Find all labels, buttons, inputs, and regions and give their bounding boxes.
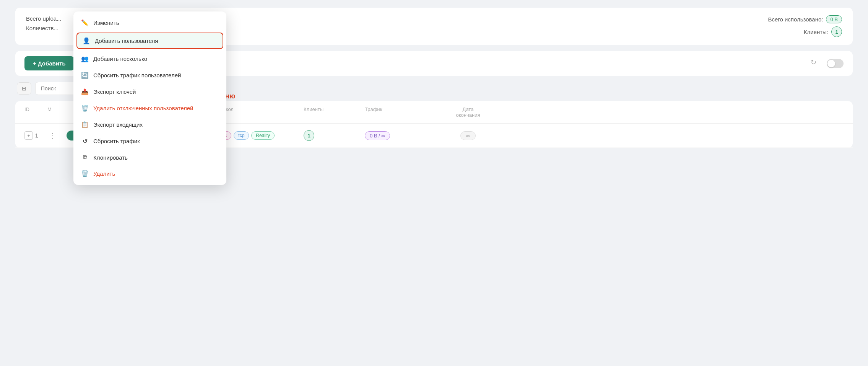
- id-cell: + 1: [24, 131, 47, 140]
- menu-item-add-user[interactable]: 👤 Добавить пользователя: [76, 33, 223, 49]
- clients-value: 1: [831, 26, 842, 37]
- edit-icon: ✏️: [81, 19, 89, 26]
- toolbar-right: ↻: [811, 58, 844, 69]
- col-m-header: M: [47, 106, 67, 118]
- filter-toggle[interactable]: ⊟: [17, 82, 31, 95]
- menu-delete-label: Удалить: [93, 170, 115, 177]
- menu-item-delete[interactable]: 🗑️ Удалить: [73, 165, 226, 182]
- badge-reality: Reality: [251, 131, 275, 140]
- menu-item-add-multiple[interactable]: 👥 Добавить несколько: [73, 51, 226, 67]
- menu-add-multiple-label: Добавить несколько: [93, 56, 147, 62]
- menu-edit-label: Изменить: [93, 20, 119, 26]
- refresh-icon[interactable]: ↻: [811, 58, 821, 69]
- row-traffic: 0 B / ∞: [365, 131, 390, 140]
- row-expand-button[interactable]: +: [24, 131, 33, 140]
- row-clients: 1: [304, 130, 314, 141]
- delete-disabled-icon: 🗑️: [81, 105, 89, 112]
- row-date: ∞: [460, 131, 475, 140]
- clone-icon: ⧉: [81, 154, 89, 161]
- date-cell: ∞: [441, 131, 495, 140]
- total-used-row: Всего использовано: 0 B: [768, 15, 842, 23]
- traffic-cell: 0 B / ∞: [365, 131, 441, 140]
- filter-icon: ⊟: [22, 85, 26, 92]
- clients-label: Клиенты:: [804, 29, 828, 35]
- menu-clone-label: Клонировать: [93, 154, 128, 161]
- menu-item-reset-traffic-users[interactable]: 🔄 Сбросить трафик пользователей: [73, 67, 226, 83]
- reset-traffic-icon: ↺: [81, 137, 89, 145]
- menu-item-clone[interactable]: ⧉ Клонировать: [73, 149, 226, 165]
- export-keys-icon: 📤: [81, 88, 89, 95]
- global-toggle[interactable]: [827, 59, 844, 68]
- reset-traffic-users-icon: 🔄: [81, 72, 89, 79]
- menu-item-delete-disabled[interactable]: 🗑️ Удалить отключенных пользователей: [73, 100, 226, 116]
- delete-icon: 🗑️: [81, 170, 89, 177]
- badge-tcp: tcp: [234, 131, 249, 140]
- clients-row: Клиенты: 1: [804, 26, 842, 37]
- menu-reset-traffic-users-label: Сбросить трафик пользователей: [93, 72, 181, 78]
- menu-item-export-incoming[interactable]: 📋 Экспорт входящих: [73, 116, 226, 133]
- col-clients-header: Клиенты: [304, 106, 365, 118]
- upload-label: Всего uploa...: [26, 15, 62, 22]
- menu-delete-disabled-label: Удалить отключенных пользователей: [93, 105, 193, 111]
- menu-reset-traffic-label: Сбросить трафик: [93, 138, 140, 144]
- col-traffic-header: Трафик: [365, 106, 441, 118]
- menu-item-reset-traffic[interactable]: ↺ Сбросить трафик: [73, 133, 226, 149]
- export-incoming-icon: 📋: [81, 121, 89, 128]
- row-id: 1: [35, 132, 38, 139]
- add-user-icon: 👤: [83, 37, 90, 44]
- col-date-header: Датаокончания: [441, 106, 495, 118]
- add-multiple-icon: 👥: [81, 55, 89, 62]
- col-id-header: ID: [24, 106, 47, 118]
- clients-cell: 1: [304, 130, 365, 141]
- count-label: Количеств...: [26, 25, 62, 31]
- menu-item-edit[interactable]: ✏️ Изменить: [73, 15, 226, 31]
- info-right: Всего использовано: 0 B Клиенты: 1: [768, 15, 842, 37]
- menu-add-user-label: Добавить пользователя: [95, 38, 158, 44]
- dots-menu-button[interactable]: ⋮: [47, 130, 67, 141]
- menu-export-incoming-label: Экспорт входящих: [93, 121, 143, 128]
- total-used-value: 0 B: [826, 15, 842, 23]
- total-used-label: Всего использовано:: [768, 16, 823, 23]
- context-menu: ✏️ Изменить 👤 Добавить пользователя 👥 До…: [73, 11, 226, 185]
- menu-export-keys-label: Экспорт ключей: [93, 88, 136, 95]
- menu-item-export-keys[interactable]: 📤 Экспорт ключей: [73, 83, 226, 100]
- add-button[interactable]: + Добавить: [24, 56, 74, 70]
- info-left: Всего uploa... Количеств...: [26, 15, 62, 31]
